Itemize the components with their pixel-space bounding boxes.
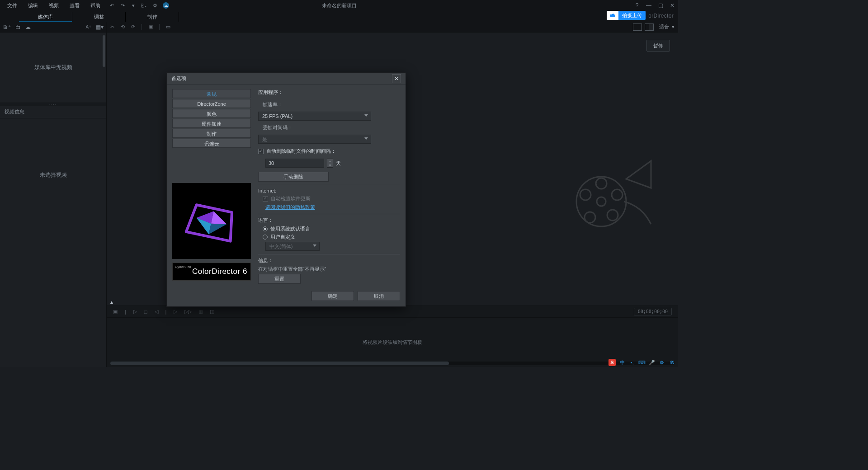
days-input[interactable] [265, 159, 324, 168]
window-controls: ? — ▢ ✕ [633, 0, 676, 11]
app-section-label: 应用程序： [258, 89, 400, 96]
menu-help[interactable]: 帮助 [85, 0, 106, 11]
tab-adjust[interactable]: 调整 [72, 12, 126, 22]
snapshot-icon[interactable]: ◫ [210, 309, 214, 315]
auto-delete-checkbox[interactable] [258, 149, 264, 154]
left-toolbar: 🗎⁺ 🗀 ☁ A+ ▦▾ [0, 22, 106, 33]
font-size-label[interactable]: A+ [85, 24, 91, 29]
lang-system-label: 使用系统默认语言 [270, 226, 310, 232]
pause-button[interactable]: 暂停 [646, 40, 670, 52]
timecode-display[interactable]: 00;00;00;00 [634, 308, 672, 315]
overlay-icon[interactable]: ▭ [166, 24, 170, 30]
media-scrollbar[interactable] [103, 35, 105, 67]
redo-icon[interactable]: ↷ [119, 2, 126, 9]
reset-button[interactable]: 重置 [258, 274, 301, 284]
prev-frame-icon[interactable]: ◁ [155, 309, 158, 315]
svg-point-1 [597, 197, 606, 206]
pref-tab-produce[interactable]: 制作 [172, 129, 251, 138]
tray-tool-icon[interactable]: 🛠 [668, 359, 675, 366]
playhead-marker-icon[interactable]: ▲ [109, 300, 114, 305]
lang-system-radio[interactable] [263, 226, 268, 231]
stop-icon[interactable]: □ [144, 309, 147, 315]
main-toolbar: ✂ ⟲ ⟳ ▣ ▭ 适合 ▾ [107, 22, 678, 33]
pref-tab-directorzone[interactable]: DirectorZone [172, 99, 251, 108]
tray-settings-icon[interactable]: ☸ [658, 359, 665, 366]
tray-punct-icon[interactable]: •, [628, 359, 636, 366]
dropdown-icon[interactable]: ▾ [130, 2, 137, 9]
fit-label[interactable]: 适合 [659, 24, 669, 30]
storyboard-scrollbar[interactable] [110, 362, 675, 365]
cut-icon[interactable]: ✂ [110, 24, 114, 30]
minimize-icon[interactable]: — [645, 2, 653, 9]
svg-point-2 [596, 178, 607, 189]
crop-icon[interactable]: ▣ [148, 24, 153, 30]
loop-icon[interactable]: ▣ [113, 309, 118, 315]
undo-icon[interactable]: ↶ [108, 2, 115, 9]
step-up-icon[interactable]: ▲ [327, 159, 333, 163]
help-icon[interactable]: ? [633, 2, 641, 9]
fps-select[interactable]: 25 FPS (PAL) [258, 112, 371, 121]
upload-label: 拍摄上传 [618, 12, 646, 19]
info-section-label: 信息： [258, 257, 400, 264]
pref-tab-hardware[interactable]: 硬件加速 [172, 119, 251, 128]
playback-bar: ▣ | ▷ □ ◁ | ▷ ▷▷ 🕬⃠ ◫ 00;00;00;00 [107, 306, 678, 317]
fast-forward-icon[interactable]: ▷▷ [184, 309, 192, 315]
ok-button[interactable]: 确定 [311, 291, 354, 301]
tool-b-icon[interactable]: ⟳ [131, 24, 135, 30]
menu-file[interactable]: 文件 [2, 0, 23, 11]
fps-label: 帧速率： [263, 101, 400, 108]
fit-caret-icon[interactable]: ▾ [672, 24, 675, 30]
grid-view-icon[interactable]: ▦▾ [96, 24, 104, 30]
auto-delete-label: 自动删除临时文件的时间间隔： [266, 148, 336, 155]
tab-produce[interactable]: 制作 [126, 12, 179, 22]
menu-view[interactable]: 查看 [64, 0, 85, 11]
tab-media[interactable]: 媒体库 [19, 12, 72, 22]
chevron-down-icon [364, 114, 368, 117]
chevron-down-icon [364, 137, 368, 140]
maximize-icon[interactable]: ▢ [656, 2, 665, 9]
cloud-status-icon[interactable]: ☁ [163, 2, 169, 9]
upload-button[interactable]: 拍摄上传 [607, 11, 646, 20]
dropframe-label: 丢帧时间码： [263, 124, 400, 131]
settings-icon[interactable]: ⚙ [152, 2, 158, 9]
media-library-pane: 媒体库中无视频 [0, 33, 106, 103]
product-logo [172, 183, 251, 259]
ime-lang-icon[interactable]: 中 [618, 359, 626, 366]
svg-point-3 [612, 189, 623, 200]
close-icon[interactable]: ✕ [668, 2, 676, 9]
tray-mic-icon[interactable]: 🎤 [648, 359, 656, 366]
pref-tab-general[interactable]: 常规 [172, 89, 251, 98]
pref-tab-color[interactable]: 颜色 [172, 109, 251, 118]
dialog-close-icon[interactable]: ✕ [392, 74, 401, 83]
import-cloud-icon[interactable]: ☁ [25, 24, 31, 30]
manual-delete-button[interactable]: 手动删除 [258, 172, 329, 182]
privacy-link[interactable]: 请阅读我们的隐私政策 [265, 204, 315, 210]
tool-a-icon[interactable]: ⟲ [121, 24, 125, 30]
product-brand-box: CyberLinkColorDirector 6 [172, 263, 251, 281]
import-file-icon[interactable]: 🗎⁺ [3, 24, 11, 30]
cancel-button[interactable]: 取消 [358, 291, 400, 301]
step-down-icon[interactable]: ▼ [327, 163, 333, 167]
left-panel: 🗎⁺ 🗀 ☁ A+ ▦▾ 媒体库中无视频 视频信息 未选择视频 [0, 22, 107, 367]
storyboard-panel[interactable]: 将视频片段添加到情节图板 [107, 317, 678, 367]
dropframe-select: 是 [258, 135, 371, 144]
split-view-icon[interactable] [645, 24, 654, 31]
days-stepper[interactable]: ▲▼ [327, 159, 333, 168]
lang-value: 中文(简体) [269, 243, 292, 250]
svg-point-6 [580, 189, 591, 200]
play-icon[interactable]: ▷ [133, 309, 137, 315]
import-folder-icon[interactable]: 🗀 [15, 24, 21, 30]
tray-keyboard-icon[interactable]: ⌨ [638, 359, 646, 366]
export-icon[interactable]: ⎘▾ [141, 2, 147, 9]
menu-video[interactable]: 视频 [43, 0, 64, 11]
mute-icon[interactable]: 🕬⃠ [199, 309, 203, 315]
dialog-titlebar[interactable]: 首选项 ✕ [167, 73, 406, 85]
sogou-ime-icon[interactable]: S [609, 359, 616, 366]
next-frame-icon[interactable]: ▷ [174, 309, 177, 315]
single-view-icon[interactable] [633, 24, 642, 31]
dialog-sidebar: 常规 DirectorZone 颜色 硬件加速 制作 讯连云 [172, 89, 251, 284]
brand-name: ColorDirector [192, 267, 241, 276]
menu-edit[interactable]: 编辑 [23, 0, 43, 11]
lang-user-radio[interactable] [263, 235, 268, 240]
pref-tab-cloud[interactable]: 讯连云 [172, 139, 251, 148]
